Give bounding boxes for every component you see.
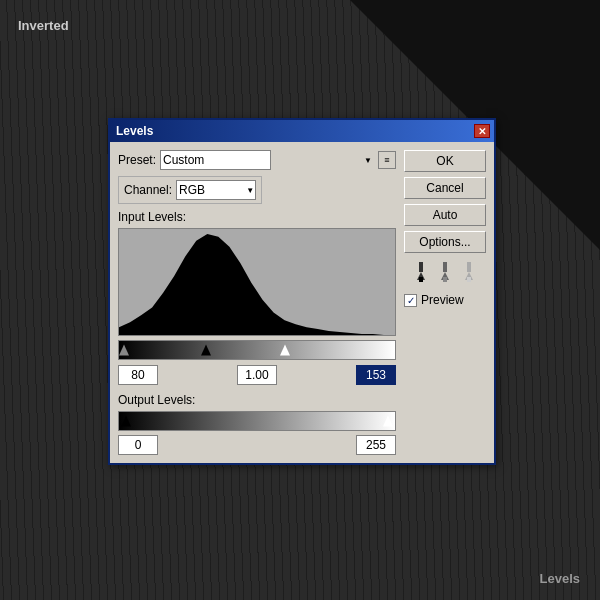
svg-rect-7: [467, 262, 471, 272]
input-slider-track[interactable]: [118, 340, 396, 360]
input-mid-handle[interactable]: [119, 345, 129, 356]
cancel-button[interactable]: Cancel: [404, 177, 486, 199]
svg-rect-3: [419, 277, 423, 282]
bg-label-inverted: Inverted: [18, 18, 69, 33]
input-values-row: [118, 365, 396, 385]
preset-row: Preset: Custom Default Darker Increase C…: [118, 150, 396, 170]
dialog-body: Preset: Custom Default Darker Increase C…: [110, 142, 494, 463]
channel-row-wrapper: Channel: RGB Red Green Blue: [118, 176, 396, 204]
eyedropper-black-icon[interactable]: [411, 262, 431, 282]
output-values-row: [118, 435, 396, 455]
levels-dialog: Levels ✕ Preset: Custom Default Darker I…: [108, 118, 496, 465]
auto-button[interactable]: Auto: [404, 204, 486, 226]
preset-options-icon[interactable]: ≡: [378, 151, 396, 169]
input-white-value[interactable]: [356, 365, 396, 385]
left-panel: Preset: Custom Default Darker Increase C…: [118, 150, 396, 455]
output-white-value[interactable]: [356, 435, 396, 455]
input-white-handle[interactable]: [280, 345, 290, 356]
ok-button[interactable]: OK: [404, 150, 486, 172]
svg-rect-9: [467, 277, 471, 282]
preset-select-wrapper: Custom Default Darker Increase Contrast …: [160, 150, 374, 170]
output-slider-track[interactable]: [118, 411, 396, 431]
bg-label-levels: Levels: [540, 571, 580, 586]
output-white-handle[interactable]: [383, 416, 393, 427]
preset-label: Preset:: [118, 153, 156, 167]
preview-row: ✓ Preview: [404, 293, 486, 307]
channel-label: Channel:: [124, 183, 172, 197]
close-button[interactable]: ✕: [474, 124, 490, 138]
options-button[interactable]: Options...: [404, 231, 486, 253]
svg-rect-1: [419, 262, 423, 272]
channel-select-wrapper: RGB Red Green Blue: [176, 180, 256, 200]
svg-rect-6: [443, 277, 447, 282]
histogram-container: [118, 228, 396, 336]
svg-rect-4: [443, 262, 447, 272]
input-mid-value[interactable]: [237, 365, 277, 385]
preview-label: Preview: [421, 293, 464, 307]
input-black-handle[interactable]: [201, 345, 211, 356]
input-levels-label: Input Levels:: [118, 210, 396, 224]
channel-select[interactable]: RGB Red Green Blue: [176, 180, 256, 200]
output-black-handle[interactable]: [121, 416, 131, 427]
title-bar: Levels ✕: [110, 120, 494, 142]
histogram-svg: [119, 229, 395, 335]
eyedropper-gray-icon[interactable]: [435, 262, 455, 282]
right-panel: OK Cancel Auto Options...: [404, 150, 486, 455]
output-levels-label: Output Levels:: [118, 393, 396, 407]
eyedropper-row: [404, 262, 486, 282]
output-black-value[interactable]: [118, 435, 158, 455]
preview-checkbox[interactable]: ✓: [404, 294, 417, 307]
preset-select[interactable]: Custom Default Darker Increase Contrast …: [160, 150, 271, 170]
eyedropper-white-icon[interactable]: [459, 262, 479, 282]
dialog-title: Levels: [114, 124, 153, 138]
input-black-value[interactable]: [118, 365, 158, 385]
